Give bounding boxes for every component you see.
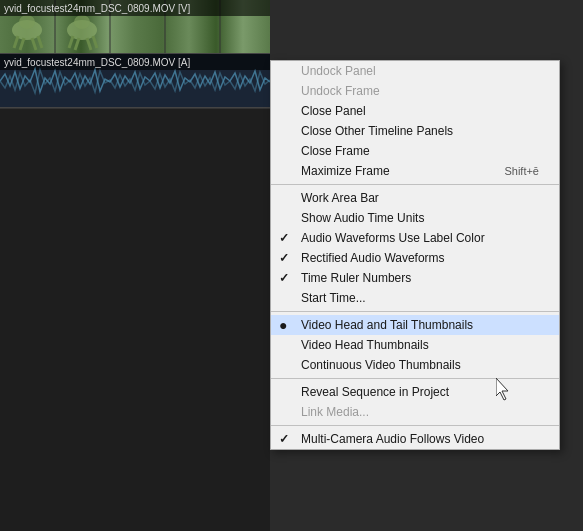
svg-line-12 bbox=[69, 36, 73, 48]
menu-item-label: Close Other Timeline Panels bbox=[301, 124, 453, 138]
menu-item-undock-panel: Undock Panel bbox=[271, 61, 559, 81]
menu-item-maximize-frame[interactable]: Maximize FrameShift+ē bbox=[271, 161, 559, 181]
svg-line-14 bbox=[87, 38, 91, 50]
svg-line-9 bbox=[38, 36, 42, 48]
menu-item-link-media: Link Media... bbox=[271, 402, 559, 422]
menu-item-label: Audio Waveforms Use Label Color bbox=[301, 231, 485, 245]
audio-track: yvid_focustest24mm_DSC_0809.MOV [A] bbox=[0, 54, 270, 108]
menu-item-work-area-bar[interactable]: Work Area Bar bbox=[271, 188, 559, 208]
audio-track-content: yvid_focustest24mm_DSC_0809.MOV [A] bbox=[0, 54, 270, 107]
menu-checkmark: ✓ bbox=[279, 231, 289, 245]
menu-item-audio-waveforms-label-color[interactable]: ✓Audio Waveforms Use Label Color bbox=[271, 228, 559, 248]
menu-item-show-audio-time-units[interactable]: Show Audio Time Units bbox=[271, 208, 559, 228]
menu-item-label: Video Head Thumbnails bbox=[301, 338, 429, 352]
svg-line-13 bbox=[75, 38, 79, 50]
svg-line-8 bbox=[32, 38, 36, 50]
menu-item-undock-frame: Undock Frame bbox=[271, 81, 559, 101]
menu-item-start-time[interactable]: Start Time... bbox=[271, 288, 559, 308]
menu-item-label: Continuous Video Thumbnails bbox=[301, 358, 461, 372]
menu-item-label: Video Head and Tail Thumbnails bbox=[301, 318, 473, 332]
menu-separator bbox=[271, 184, 559, 185]
menu-item-label: Undock Panel bbox=[301, 64, 376, 78]
menu-separator bbox=[271, 425, 559, 426]
menu-item-video-head-tail-thumbnails[interactable]: ●Video Head and Tail Thumbnails bbox=[271, 315, 559, 335]
menu-item-time-ruler-numbers[interactable]: ✓Time Ruler Numbers bbox=[271, 268, 559, 288]
menu-item-close-frame[interactable]: Close Frame bbox=[271, 141, 559, 161]
menu-item-label: Rectified Audio Waveforms bbox=[301, 251, 445, 265]
menu-item-continuous-video-thumbnails[interactable]: Continuous Video Thumbnails bbox=[271, 355, 559, 375]
context-menu: Undock PanelUndock FrameClose PanelClose… bbox=[270, 60, 560, 450]
menu-shortcut: Shift+ē bbox=[504, 165, 539, 177]
menu-item-reveal-sequence-in-project[interactable]: Reveal Sequence in Project bbox=[271, 382, 559, 402]
menu-checkmark: ✓ bbox=[279, 251, 289, 265]
menu-item-video-head-thumbnails[interactable]: Video Head Thumbnails bbox=[271, 335, 559, 355]
menu-separator bbox=[271, 378, 559, 379]
svg-line-7 bbox=[20, 38, 24, 50]
menu-item-multi-camera-audio-follows-video[interactable]: ✓Multi-Camera Audio Follows Video bbox=[271, 429, 559, 449]
menu-item-label: Close Frame bbox=[301, 144, 370, 158]
menu-item-close-panel[interactable]: Close Panel bbox=[271, 101, 559, 121]
svg-point-11 bbox=[74, 15, 90, 29]
menu-item-label: Work Area Bar bbox=[301, 191, 379, 205]
menu-item-label: Reveal Sequence in Project bbox=[301, 385, 449, 399]
menu-checkmark: ✓ bbox=[279, 432, 289, 446]
timeline-rest bbox=[0, 108, 270, 531]
menu-checkmark: ✓ bbox=[279, 271, 289, 285]
svg-point-5 bbox=[19, 15, 35, 29]
menu-item-label: Multi-Camera Audio Follows Video bbox=[301, 432, 484, 446]
video-track: yvid_focustest24mm_DSC_0809.MOV [V] bbox=[0, 0, 270, 54]
menu-item-label: Undock Frame bbox=[301, 84, 380, 98]
menu-item-label: Maximize Frame bbox=[301, 164, 390, 178]
menu-item-close-other-timeline-panels[interactable]: Close Other Timeline Panels bbox=[271, 121, 559, 141]
menu-separator bbox=[271, 311, 559, 312]
svg-text:yvid_focustest24mm_DSC_0809.MO: yvid_focustest24mm_DSC_0809.MOV [V] bbox=[4, 3, 190, 14]
menu-item-label: Start Time... bbox=[301, 291, 366, 305]
svg-line-6 bbox=[14, 36, 18, 48]
svg-line-15 bbox=[93, 36, 97, 48]
menu-item-label: Close Panel bbox=[301, 104, 366, 118]
menu-item-label: Link Media... bbox=[301, 405, 369, 419]
menu-item-rectified-audio-waveforms[interactable]: ✓Rectified Audio Waveforms bbox=[271, 248, 559, 268]
menu-radio: ● bbox=[279, 317, 287, 333]
video-track-content: yvid_focustest24mm_DSC_0809.MOV [V] bbox=[0, 0, 270, 53]
menu-item-label: Show Audio Time Units bbox=[301, 211, 424, 225]
menu-item-label: Time Ruler Numbers bbox=[301, 271, 411, 285]
svg-text:yvid_focustest24mm_DSC_0809.MO: yvid_focustest24mm_DSC_0809.MOV [A] bbox=[4, 57, 190, 68]
